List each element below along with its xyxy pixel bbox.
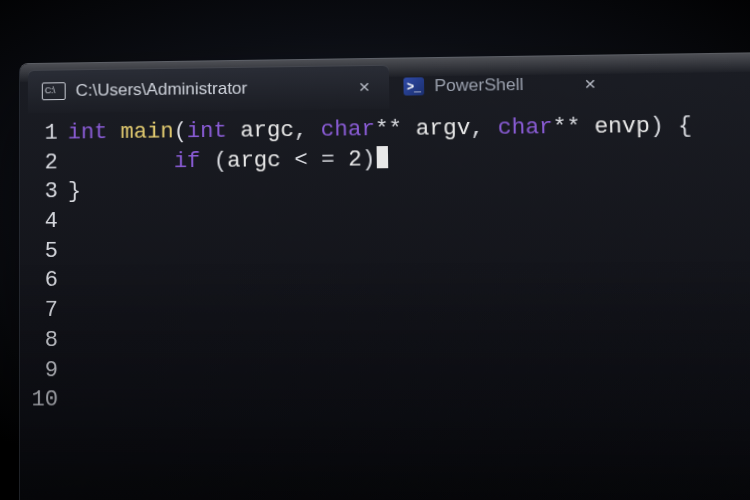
token-punct: ) — [650, 114, 665, 140]
line-number: 2 — [20, 148, 58, 178]
token-ident: argc — [240, 118, 294, 144]
token-ident: argv — [416, 116, 471, 142]
line-number: 7 — [20, 296, 58, 326]
token-keyword: char — [498, 115, 554, 141]
token-op: ** — [375, 117, 403, 142]
token-punct: , — [470, 116, 484, 141]
token-punct: ( — [173, 119, 186, 144]
code-content[interactable]: int main(int argc, char** argv, char** e… — [68, 111, 699, 417]
token-punct: { — [678, 113, 693, 139]
token-keyword: if — [174, 149, 201, 174]
token-op: ** — [553, 115, 581, 141]
cmd-icon: C:\ — [42, 82, 66, 100]
token-ident: envp — [594, 114, 650, 140]
token-keyword: int — [68, 120, 108, 145]
line-number: 4 — [20, 207, 58, 237]
close-icon[interactable]: ✕ — [354, 78, 375, 96]
close-icon[interactable]: ✕ — [580, 75, 601, 93]
tab-powershell[interactable]: >_ PowerShell ✕ — [389, 61, 616, 108]
line-number: 5 — [20, 237, 58, 267]
terminal-window: C:\ C:\Users\Administrator ✕ >_ PowerShe… — [20, 53, 750, 500]
tab-label: PowerShell — [434, 74, 569, 96]
token-punct: ) — [362, 147, 376, 172]
token-keyword: char — [321, 117, 375, 143]
token-punct: } — [68, 179, 81, 204]
powershell-icon: >_ — [403, 77, 424, 95]
token-op: < = — [281, 147, 349, 173]
line-number-gutter: 1 2 3 4 5 6 7 8 9 10 — [20, 119, 68, 416]
editor-area[interactable]: 1 2 3 4 5 6 7 8 9 10 int main(int argc, … — [20, 104, 750, 417]
tab-cmd[interactable]: C:\ C:\Users\Administrator ✕ — [28, 65, 390, 114]
token-function: main — [120, 119, 173, 144]
token-punct: ( — [214, 148, 228, 173]
token-punct: , — [294, 118, 308, 143]
token-indent — [68, 149, 174, 175]
line-number: 10 — [20, 385, 58, 415]
line-number: 1 — [20, 119, 58, 149]
line-number: 6 — [20, 266, 58, 296]
line-number: 9 — [20, 356, 58, 386]
tab-bar: C:\ C:\Users\Administrator ✕ >_ PowerShe… — [20, 53, 750, 113]
token-ident: argc — [227, 148, 281, 174]
tab-label: C:\Users\Administrator — [76, 77, 345, 100]
line-number: 8 — [20, 326, 58, 356]
text-cursor — [376, 146, 388, 168]
token-keyword: int — [187, 119, 227, 144]
token-number: 2 — [348, 147, 362, 172]
line-number: 3 — [20, 178, 58, 208]
